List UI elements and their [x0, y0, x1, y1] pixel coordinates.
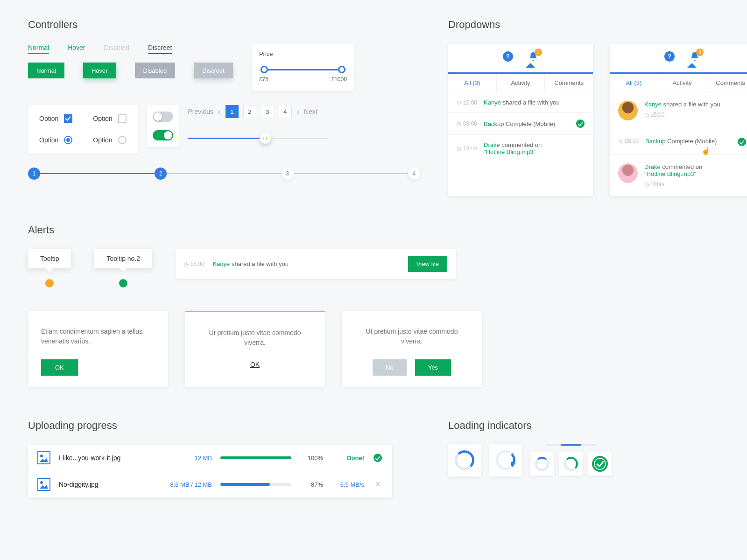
tab-discreet[interactable]: Discreet [148, 44, 172, 54]
spinner-complete [588, 452, 612, 476]
step-4[interactable]: 4 [408, 168, 420, 180]
upload-percent: 100% [300, 455, 323, 462]
tab-disabled: Disabled [104, 44, 129, 54]
option-label: Option [39, 115, 58, 122]
upload-size: 8.6 MB / 12 MB [161, 481, 212, 488]
avatar [618, 163, 638, 183]
spinner-small-green [559, 452, 583, 476]
upload-row: No-diggity.jpg 8.6 MB / 12 MB 87% 6.5 MB… [28, 471, 392, 497]
notification-time: 18hrs [644, 181, 746, 188]
dd-tab-activity[interactable]: Activity [497, 74, 545, 92]
tooltip-1: Tooltip [28, 249, 71, 268]
notification-time: 15:00 [457, 99, 477, 106]
toast-notification: 15:00 Kanye shared a file with you View … [176, 249, 456, 279]
notification-item[interactable]: Drake commented on "Hotline Bling.mp3" 1… [610, 154, 747, 196]
dd-tab-all[interactable]: All (3) [610, 74, 658, 92]
notifications-icon[interactable]: 3 [528, 51, 538, 63]
check-circle-icon [374, 454, 382, 462]
cancel-upload-icon[interactable]: ✕ [374, 479, 381, 490]
button-discreet[interactable]: Discreet [194, 63, 233, 78]
alert-card-simple: Etiam condimentum sapien a tellus venena… [28, 311, 168, 387]
notifications-icon[interactable]: 3 [690, 51, 700, 63]
tab-normal[interactable]: Normal [28, 44, 49, 54]
toast-time: 15:00 [184, 261, 204, 267]
uploading-heading: Uploading progress [28, 420, 392, 432]
notification-item[interactable]: Kanye shared a file with you 15:00 [610, 92, 747, 129]
notification-item[interactable]: 08:00 Backup Complete (Mobile) [610, 129, 747, 154]
page-2[interactable]: 2 [243, 105, 256, 118]
tooltip-anchor-dot[interactable] [119, 279, 127, 287]
checkbox-unchecked[interactable] [118, 114, 127, 123]
progress-stepper: 1 2 3 4 [28, 168, 420, 180]
spinner-large-1 [448, 444, 481, 476]
tooltip-anchor-dot[interactable] [45, 279, 54, 287]
notification-time: 08:00 [457, 120, 477, 127]
image-file-icon [37, 478, 50, 491]
dd-tab-all[interactable]: All (3) [448, 74, 497, 92]
checkbox-checked[interactable] [64, 114, 72, 123]
pager-prev-label[interactable]: Previous [188, 108, 213, 115]
upload-list: I-like...you-work-it.jpg 12 MB 100% Done… [28, 445, 392, 497]
upload-progress-bar [220, 483, 291, 486]
alerts-heading: Alerts [28, 224, 719, 236]
help-icon[interactable]: ? [503, 51, 513, 62]
loading-heading: Loading indicators [448, 420, 612, 432]
radio-selected[interactable] [64, 136, 72, 144]
alert-ok-button[interactable]: OK [41, 359, 78, 376]
upload-filename: I-like...you-work-it.jpg [59, 454, 152, 462]
dropdowns-heading: Dropdowns [448, 19, 747, 31]
button-normal[interactable]: Normal [28, 63, 64, 78]
notification-item[interactable]: 08:00 Backup Complete (Mobile) [448, 112, 593, 134]
notifications-dropdown-compact: ? 3 All (3) Activity Comments 15:00 Kany… [448, 44, 593, 196]
step-3[interactable]: 3 [282, 168, 294, 180]
radio-unselected[interactable] [118, 136, 127, 144]
step-2[interactable]: 2 [155, 168, 167, 180]
controllers-heading: Controllers [28, 19, 420, 31]
toggle-off[interactable] [153, 112, 173, 122]
notification-item[interactable]: 18hrs Drake commented on "Hotline Bling.… [448, 134, 593, 162]
slider-handle-icon[interactable] [260, 133, 271, 144]
spinner-small-group [530, 444, 612, 476]
spinner-small-blue [530, 452, 554, 476]
notification-item[interactable]: 15:00 Kanye shared a file with you [448, 92, 593, 112]
alert-yes-button[interactable]: Yes [415, 359, 451, 376]
toggle-on[interactable] [153, 130, 173, 140]
check-circle-icon [576, 119, 585, 128]
chevron-right-icon[interactable]: › [296, 107, 299, 117]
price-min: £75 [259, 76, 268, 83]
alert-card-confirm: Ut pretium justo vitae commodo viverra. … [342, 311, 482, 387]
page-4[interactable]: 4 [279, 105, 292, 118]
step-1[interactable]: 1 [28, 168, 40, 180]
avatar [618, 101, 638, 120]
price-range-slider[interactable] [259, 66, 347, 70]
dd-tab-comments[interactable]: Comments [545, 74, 593, 92]
single-slider[interactable] [188, 138, 328, 139]
check-circle-icon [738, 138, 746, 146]
button-hover[interactable]: Hover [83, 63, 116, 78]
image-file-icon [37, 451, 50, 464]
toast-cta-button[interactable]: View file [408, 256, 447, 272]
upload-filename: No-diggity.jpg [59, 481, 152, 488]
alert-no-button[interactable]: No [373, 359, 407, 376]
upload-rate: 6.5 MB/s [331, 481, 364, 488]
pager-next-label[interactable]: Next [304, 108, 317, 115]
spinner-large-2 [489, 444, 522, 476]
dd-tab-comments[interactable]: Comments [706, 74, 747, 92]
page-3[interactable]: 3 [261, 105, 274, 118]
option-label: Option [39, 136, 58, 144]
dd-tab-activity[interactable]: Activity [658, 74, 707, 92]
tab-style-row: Normal Hover Disabled Discreet [28, 44, 233, 54]
upload-status: Done! [331, 455, 364, 462]
upload-size: 12 MB [161, 455, 212, 462]
option-label: Option [93, 115, 112, 122]
help-icon[interactable]: ? [664, 51, 675, 62]
tab-hover[interactable]: Hover [68, 44, 85, 54]
notification-badge: 3 [696, 49, 704, 56]
price-max: £1000 [331, 76, 347, 83]
notification-badge: 3 [535, 49, 542, 56]
chevron-left-icon[interactable]: ‹ [218, 107, 221, 117]
notification-time: 18hrs [457, 145, 477, 152]
toggles-card [147, 105, 179, 147]
page-1[interactable]: 1 [226, 105, 239, 118]
alert-ok-link[interactable]: OK [250, 361, 260, 368]
